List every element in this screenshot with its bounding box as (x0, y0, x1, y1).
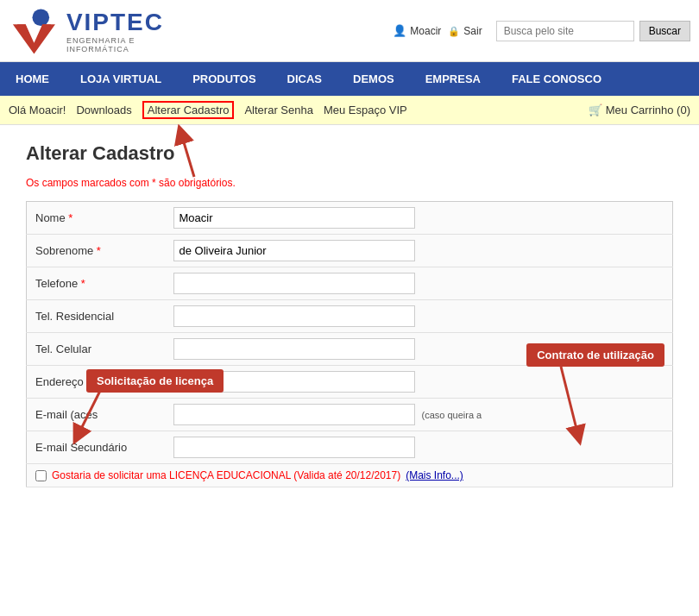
input-telefone[interactable] (173, 273, 415, 294)
user-name-link[interactable]: Moacir (410, 25, 441, 37)
svg-line-4 (181, 134, 194, 177)
svg-line-8 (561, 367, 578, 436)
cart-icon (589, 104, 602, 116)
user-icon (393, 24, 406, 37)
logo-area: VIPTEC ENGENHARIA E INFORMÁTICA (9, 7, 198, 54)
required-star: * (152, 177, 159, 189)
nav-home[interactable]: HOME (0, 62, 65, 96)
logo-text-area: VIPTEC ENGENHARIA E INFORMÁTICA (66, 9, 198, 53)
svg-line-6 (78, 384, 104, 436)
table-row: Telefone * (27, 267, 673, 300)
table-row: Sobrenome * (27, 235, 673, 267)
nav-empresa[interactable]: EMPRESA (410, 62, 496, 96)
logo-viptec-text: VIPTEC (66, 9, 198, 36)
table-row-license: Gostaria de solicitar uma LICENÇA EDUCAC… (27, 464, 673, 487)
email-note: (caso queira a (422, 410, 482, 420)
nav-produtos[interactable]: PRODUTOS (177, 62, 271, 96)
label-telefone: Telefone * (27, 267, 165, 300)
license-text: Gostaria de solicitar uma LICENÇA EDUCAC… (52, 469, 400, 481)
main-content: Alterar Cadastro Os campos marcados com … (0, 125, 699, 505)
table-row: Nome * (27, 202, 673, 235)
sub-nav-alterar-senha[interactable]: Alterar Senha (244, 104, 313, 116)
label-sobrenome: Sobrenome * (27, 235, 165, 267)
required-note: Os campos marcados com * são obrigatório… (26, 177, 673, 189)
sub-nav-greeting: Olá Moacir! (9, 104, 66, 116)
license-more-link[interactable]: (Mais Info...) (406, 469, 463, 481)
input-email2[interactable] (173, 437, 415, 458)
search-input[interactable] (496, 21, 634, 41)
page-title: Alterar Cadastro (26, 142, 673, 165)
cart-label: Meu Carrinho (0) (606, 104, 690, 116)
cart-area[interactable]: Meu Carrinho (0) (589, 104, 690, 116)
exit-link[interactable]: Sair (463, 25, 482, 37)
header-right: Moacir Sair Buscar (198, 21, 690, 41)
license-checkbox[interactable] (35, 470, 47, 481)
nav-demos[interactable]: DEMOS (337, 62, 410, 96)
input-tel-cel[interactable] (173, 338, 415, 360)
arrow-svg (168, 116, 237, 185)
label-tel-cel: Tel. Celular (27, 333, 165, 366)
annotation-arrow-contract (509, 367, 613, 453)
top-header: VIPTEC ENGENHARIA E INFORMÁTICA Moacir S… (0, 0, 699, 62)
license-label: Gostaria de solicitar uma LICENÇA EDUCAC… (35, 469, 664, 481)
label-nome: Nome * (27, 202, 165, 235)
input-email[interactable] (173, 404, 415, 425)
nav-fale[interactable]: FALE CONOSCO (496, 62, 617, 96)
nav-dicas[interactable]: DICAS (272, 62, 337, 96)
header-user-links: Moacir Sair (393, 24, 482, 37)
sub-nav: Olá Moacir! Downloads Alterar Cadastro A… (0, 96, 699, 125)
input-tel-res[interactable] (173, 305, 415, 327)
nav-bar: HOME LOJA VIRTUAL PRODUTOS DICAS DEMOS E… (0, 62, 699, 96)
annotation-arrow-license (52, 384, 155, 453)
input-sobrenome[interactable] (173, 240, 415, 261)
svg-point-0 (32, 9, 49, 26)
logo-icon (9, 7, 60, 54)
nav-loja[interactable]: LOJA VIRTUAL (65, 62, 177, 96)
annotation-contract: Contrato de utilização (526, 343, 664, 367)
table-row: Tel. Residencial (27, 300, 673, 333)
logo-subtitle: ENGENHARIA E INFORMÁTICA (66, 36, 198, 53)
label-tel-res: Tel. Residencial (27, 300, 165, 333)
lock-icon (448, 25, 460, 37)
sub-nav-downloads[interactable]: Downloads (76, 104, 131, 116)
input-nome[interactable] (173, 207, 415, 229)
search-button[interactable]: Buscar (639, 21, 690, 41)
sub-nav-espaco-vip[interactable]: Meu Espaço VIP (324, 104, 407, 116)
